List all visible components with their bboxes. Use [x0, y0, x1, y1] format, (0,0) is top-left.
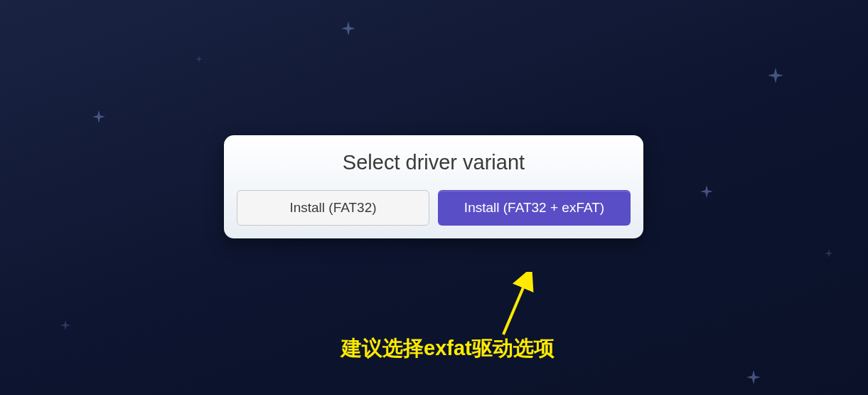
dialog-title: Select driver variant: [237, 151, 631, 174]
star-icon: [768, 68, 783, 83]
star-icon: [195, 56, 203, 63]
button-label: Install (FAT32 + exFAT): [464, 200, 604, 216]
star-icon: [60, 320, 70, 330]
star-icon: [825, 249, 833, 258]
star-icon: [746, 370, 761, 384]
star-icon: [700, 185, 713, 198]
star-icon: [92, 110, 105, 123]
install-fat32-button[interactable]: Install (FAT32): [237, 190, 429, 226]
button-row: Install (FAT32) Install (FAT32 + exFAT): [237, 190, 631, 226]
annotation-text: 建议选择exfat驱动选项: [341, 335, 554, 363]
svg-line-1: [503, 278, 527, 335]
driver-variant-dialog: Select driver variant Install (FAT32) In…: [224, 135, 643, 238]
annotation-arrow-icon: [498, 272, 540, 342]
button-label: Install (FAT32): [289, 200, 376, 216]
star-icon: [341, 21, 355, 36]
install-fat32-exfat-button[interactable]: Install (FAT32 + exFAT): [438, 190, 631, 226]
